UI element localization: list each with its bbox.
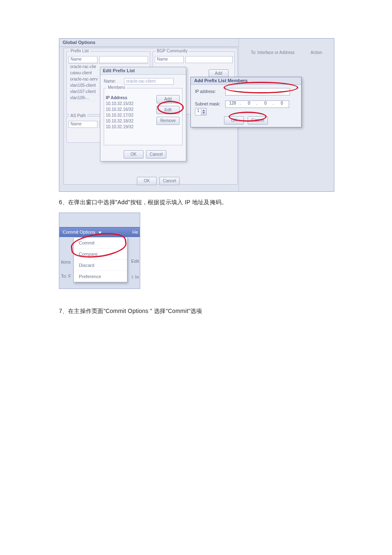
caption-step-6: 6、在弹出窗口中选择"Add"按钮，根据提示填入 IP 地址及掩码。 — [59, 198, 392, 207]
bgp-name-label: Name — [155, 56, 184, 63]
add-prefix-members-dialog: Add Prefix List Members IP address: Subn… — [190, 77, 302, 127]
spinner-buttons-icon[interactable] — [201, 108, 206, 115]
chevron-down-icon — [98, 232, 102, 234]
subnet-octet[interactable]: 0 — [242, 101, 256, 105]
add-cancel-button[interactable]: Cancel — [248, 116, 268, 125]
col-to: To: Interface or Address — [243, 50, 302, 55]
menu-item-preference[interactable]: Preference — [74, 271, 127, 282]
subnet-octet[interactable]: 0 — [258, 101, 273, 105]
bg-fragment-tions: tions — [59, 259, 72, 265]
menu-item-commit[interactable]: Commit — [74, 237, 127, 249]
subnet-octet[interactable]: 128 — [226, 101, 240, 105]
ip-header: IP Address — [106, 95, 156, 101]
screenshot-commit-menu: Commit Options He Commit Compare Discard… — [59, 213, 140, 289]
list-item[interactable]: 10.10.32.16/32 — [106, 107, 156, 112]
as-path-label: AS Path — [69, 113, 87, 118]
bg-fragment-in: i: In — [131, 274, 139, 279]
prefix-name-input[interactable] — [99, 56, 148, 63]
global-ok-button[interactable]: OK — [137, 177, 157, 185]
menu-item-discard[interactable]: Discard — [74, 260, 127, 271]
members-label: Members — [107, 85, 127, 90]
ip-address-list[interactable]: IP Address 10.10.32.15/32 10.10.32.16/32… — [106, 95, 156, 141]
members-group: Members IP Address 10.10.32.15/32 10.10.… — [104, 88, 183, 145]
cidr-value: 1 — [197, 108, 200, 113]
bgp-name-input[interactable] — [185, 56, 233, 63]
prefix-list-label: Prefix List — [69, 49, 90, 53]
commit-options-menu-button[interactable]: Commit Options — [59, 227, 140, 237]
edit-dialog-title: Edit Prefix List — [100, 67, 186, 75]
commit-dropdown: Commit Compare Discard Preference — [73, 237, 127, 282]
help-fragment: He — [132, 227, 138, 237]
ip-address-input[interactable] — [225, 88, 290, 95]
global-cancel-button[interactable]: Cancel — [159, 177, 180, 185]
members-edit-button[interactable]: Edit — [156, 106, 180, 114]
edit-cancel-button[interactable]: Cancel — [146, 150, 166, 159]
list-item[interactable]: 10.10.32.17/32 — [106, 112, 156, 118]
caption-step-7: 7、在主操作页面"Commit Options " 选择"Commit"选项 — [59, 306, 392, 315]
add-ok-button[interactable]: OK — [224, 116, 244, 125]
prefix-name-label: Name — [68, 56, 97, 63]
bgp-add-button[interactable]: Add — [209, 69, 229, 78]
bgp-label: BGP Community — [156, 49, 189, 53]
edit-name-label: Name: — [104, 79, 123, 83]
members-remove-button[interactable]: Remove — [156, 117, 180, 125]
bg-fragment-edit: Edit — [131, 259, 139, 264]
list-item[interactable]: 10.10.32.15/32 — [106, 101, 156, 107]
subnet-octet[interactable]: 0 — [275, 101, 289, 105]
add-dialog-title: Add Prefix List Members — [191, 77, 301, 85]
as-path-name-label: Name — [68, 121, 97, 128]
screenshot-global-options: Global Options To: Interface or Address … — [59, 38, 334, 192]
bg-fragment-to-f: To: F — [59, 273, 73, 279]
members-add-button[interactable]: Add — [156, 95, 180, 103]
edit-prefix-list-dialog: Edit Prefix List Name: oracle-rac-client… — [100, 67, 186, 161]
edit-ok-button[interactable]: OK — [124, 150, 144, 159]
cidr-spinner[interactable]: 1 — [195, 108, 207, 115]
commit-options-label: Commit Options — [63, 230, 95, 235]
menu-item-compare[interactable]: Compare — [74, 249, 127, 260]
edit-name-input[interactable]: oracle-rac-client — [124, 78, 174, 85]
subnet-mask-input[interactable]: 128. 0. 0. 0 — [225, 100, 290, 108]
ip-address-label: IP address: — [195, 89, 224, 94]
list-item[interactable]: 10.10.32.19/32 — [106, 124, 156, 130]
subnet-mask-label: Subnet mask: — [195, 102, 224, 106]
col-action: Action — [303, 50, 330, 55]
list-item[interactable]: 10.10.32.18/32 — [106, 118, 156, 124]
